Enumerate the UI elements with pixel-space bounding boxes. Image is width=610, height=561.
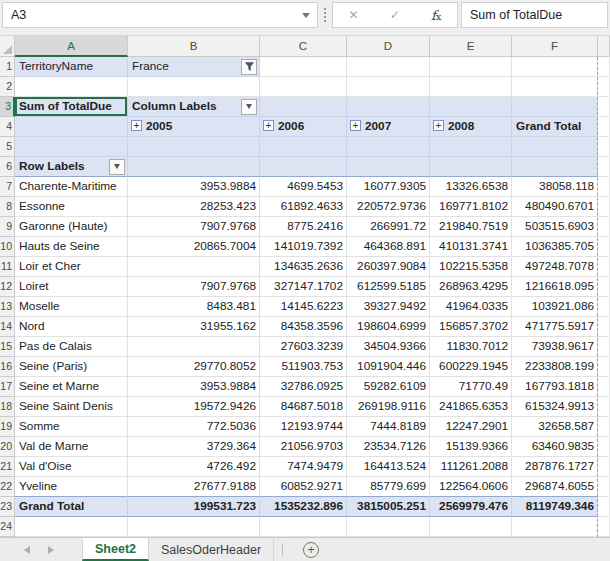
column-labels-cell[interactable]: Column Labels <box>128 97 260 117</box>
pivot-value-cell[interactable]: 19572.9426 <box>128 397 260 417</box>
column-header-A[interactable]: A <box>15 36 128 57</box>
row-header-15[interactable]: 15 <box>0 337 15 357</box>
pivot-header-cell[interactable] <box>347 97 430 117</box>
year-header-cell[interactable]: +2007 <box>347 117 430 137</box>
pivot-row-label[interactable]: Loir et Cher <box>15 257 128 277</box>
pivot-row-label[interactable]: Charente-Maritime <box>15 177 128 197</box>
partial-cell[interactable] <box>598 137 610 157</box>
column-labels-dropdown[interactable] <box>241 99 257 115</box>
pivot-value-cell[interactable]: 11830.7012 <box>430 337 512 357</box>
row-header-9[interactable]: 9 <box>0 217 15 237</box>
pivot-value-cell[interactable]: 296874.6055 <box>512 477 598 497</box>
pivot-value-cell[interactable]: 23534.7126 <box>347 437 430 457</box>
pivot-value-cell[interactable]: 8775.2416 <box>260 217 347 237</box>
pivot-value-cell[interactable]: 13326.6538 <box>430 177 512 197</box>
pivot-row-label[interactable]: Garonne (Haute) <box>15 217 128 237</box>
pivot-value-cell[interactable]: 1091904.446 <box>347 357 430 377</box>
row-labels-dropdown[interactable] <box>109 159 125 175</box>
pivot-header-cell[interactable] <box>430 157 512 177</box>
expand-icon[interactable]: + <box>433 120 444 131</box>
pivot-value-cell[interactable]: 615324.9913 <box>512 397 598 417</box>
blank-cell[interactable] <box>347 77 430 97</box>
pivot-value-cell[interactable]: 2233808.199 <box>512 357 598 377</box>
row-header-21[interactable]: 21 <box>0 457 15 477</box>
grand-total-label-cell[interactable]: Grand Total <box>15 497 128 517</box>
selected-cell-A3[interactable]: Sum of TotalDue <box>15 97 128 117</box>
pivot-header-cell[interactable] <box>512 157 598 177</box>
pivot-header-cell[interactable] <box>430 97 512 117</box>
partial-cell[interactable] <box>598 377 610 397</box>
column-header-partial[interactable] <box>598 36 610 57</box>
partial-cell[interactable] <box>598 157 610 177</box>
formula-bar-input[interactable]: Sum of TotalDue <box>461 2 608 28</box>
pivot-value-cell[interactable]: 268963.4295 <box>430 277 512 297</box>
partial-cell[interactable] <box>598 437 610 457</box>
pivot-row-label[interactable]: Essonne <box>15 197 128 217</box>
pivot-header-cell[interactable] <box>128 157 260 177</box>
pivot-value-cell[interactable]: 12247.2901 <box>430 417 512 437</box>
blank-cell[interactable] <box>430 517 512 537</box>
pivot-value-cell[interactable]: 269198.9116 <box>347 397 430 417</box>
row-header-5[interactable]: 5 <box>0 137 15 157</box>
partial-cell[interactable] <box>598 417 610 437</box>
pivot-value-cell[interactable]: 29770.8052 <box>128 357 260 377</box>
pivot-value-cell[interactable]: 471775.5917 <box>512 317 598 337</box>
insert-function-icon[interactable]: fx <box>431 8 441 23</box>
partial-cell[interactable] <box>598 497 610 517</box>
blank-cell[interactable] <box>128 77 260 97</box>
pivot-value-cell[interactable]: 8483.481 <box>128 297 260 317</box>
partial-cell[interactable] <box>598 277 610 297</box>
tab-sheet2[interactable]: Sheet2 <box>82 538 149 561</box>
pivot-row-label[interactable]: Nord <box>15 317 128 337</box>
pivot-value-cell[interactable]: 85779.699 <box>347 477 430 497</box>
pivot-value-cell[interactable]: 3953.9884 <box>128 177 260 197</box>
row-header-22[interactable]: 22 <box>0 477 15 497</box>
pivot-value-cell[interactable]: 7907.9768 <box>128 217 260 237</box>
pivot-header-cell[interactable] <box>260 97 347 117</box>
pivot-row-label[interactable]: Pas de Calais <box>15 337 128 357</box>
pivot-value-cell[interactable]: 73938.9617 <box>512 337 598 357</box>
pivot-value-cell[interactable]: 32658.587 <box>512 417 598 437</box>
partial-cell[interactable] <box>598 97 610 117</box>
pivot-value-cell[interactable]: 134635.2636 <box>260 257 347 277</box>
pivot-value-cell[interactable]: 71770.49 <box>430 377 512 397</box>
row-header-11[interactable]: 11 <box>0 257 15 277</box>
pivot-value-cell[interactable]: 84358.3596 <box>260 317 347 337</box>
enter-icon[interactable]: ✓ <box>390 8 400 22</box>
name-box-dropdown-icon[interactable] <box>295 3 317 27</box>
pivot-header-cell[interactable] <box>347 157 430 177</box>
pivot-header-cell[interactable] <box>512 137 598 157</box>
expand-icon[interactable]: + <box>263 120 274 131</box>
expand-icon[interactable]: + <box>131 120 142 131</box>
pivot-value-cell[interactable]: 7907.9768 <box>128 277 260 297</box>
filter-value-cell[interactable]: France <box>128 57 260 77</box>
filter-applied-button[interactable] <box>241 59 257 75</box>
pivot-value-cell[interactable]: 1036385.705 <box>512 237 598 257</box>
pivot-value-cell[interactable]: 167793.1818 <box>512 377 598 397</box>
partial-cell[interactable] <box>598 337 610 357</box>
blank-cell[interactable] <box>260 517 347 537</box>
pivot-value-cell[interactable]: 111261.2088 <box>430 457 512 477</box>
pivot-value-cell[interactable]: 20865.7004 <box>128 237 260 257</box>
pivot-value-cell[interactable]: 464368.891 <box>347 237 430 257</box>
row-header-24[interactable]: 24 <box>0 517 15 537</box>
pivot-value-cell[interactable]: 102215.5358 <box>430 257 512 277</box>
tab-scroll-left-icon[interactable] <box>24 546 30 554</box>
blank-cell[interactable] <box>260 77 347 97</box>
pivot-value-cell[interactable]: 61892.4633 <box>260 197 347 217</box>
pivot-value-cell[interactable]: 266991.72 <box>347 217 430 237</box>
column-header-F[interactable]: F <box>512 36 598 57</box>
row-header-14[interactable]: 14 <box>0 317 15 337</box>
pivot-value-cell[interactable]: 27677.9188 <box>128 477 260 497</box>
pivot-value-cell[interactable]: 32786.0925 <box>260 377 347 397</box>
pivot-value-cell[interactable]: 241865.6353 <box>430 397 512 417</box>
row-header-16[interactable]: 16 <box>0 357 15 377</box>
row-header-18[interactable]: 18 <box>0 397 15 417</box>
partial-cell[interactable] <box>598 197 610 217</box>
pivot-value-cell[interactable]: 169771.8102 <box>430 197 512 217</box>
row-header-13[interactable]: 13 <box>0 297 15 317</box>
pivot-row-label[interactable]: Seine Saint Denis <box>15 397 128 417</box>
name-box[interactable]: A3 <box>2 2 318 28</box>
pivot-row-label[interactable]: Seine (Paris) <box>15 357 128 377</box>
row-header-4[interactable]: 4 <box>0 117 15 137</box>
